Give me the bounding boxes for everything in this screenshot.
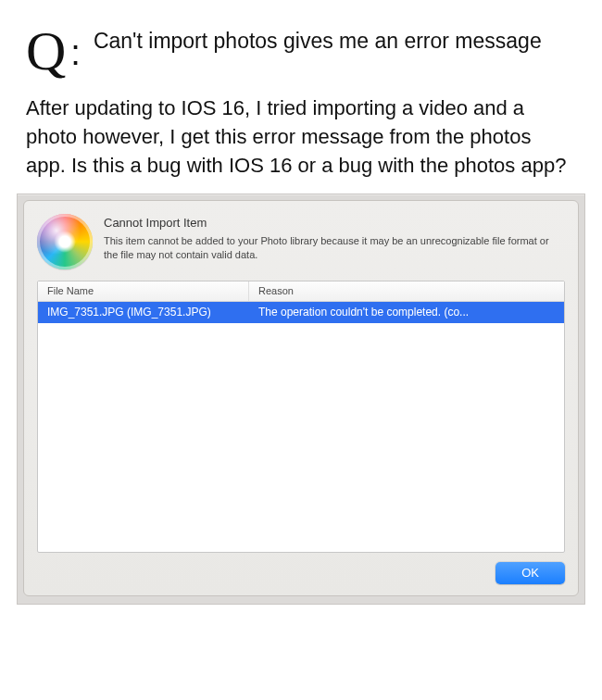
ok-button[interactable]: OK [495, 562, 565, 584]
dialog-screenshot: Cannot Import Item This item cannot be a… [17, 194, 585, 605]
question-colon: : [70, 37, 81, 69]
question-title: Can't import photos gives me an error me… [94, 26, 542, 56]
error-table: File Name Reason IMG_7351.JPG (IMG_7351.… [37, 281, 565, 553]
cell-file-name: IMG_7351.JPG (IMG_7351.JPG) [38, 302, 249, 323]
column-reason[interactable]: Reason [249, 281, 564, 301]
question-glyph: Q [26, 28, 65, 75]
dialog-description: This item cannot be added to your Photo … [104, 234, 565, 262]
photos-app-icon [37, 214, 93, 269]
column-file-name[interactable]: File Name [38, 281, 249, 301]
table-body: IMG_7351.JPG (IMG_7351.JPG) The operatio… [38, 302, 564, 552]
question-body: After updating to IOS 16, I tried import… [26, 94, 576, 181]
table-header: File Name Reason [38, 281, 564, 302]
question-header: Q : Can't import photos gives me an erro… [26, 26, 576, 73]
dialog-window: Cannot Import Item This item cannot be a… [23, 200, 579, 596]
table-row[interactable]: IMG_7351.JPG (IMG_7351.JPG) The operatio… [38, 302, 564, 323]
dialog-title: Cannot Import Item [104, 216, 565, 230]
cell-reason: The operation couldn't be completed. (co… [249, 302, 564, 323]
